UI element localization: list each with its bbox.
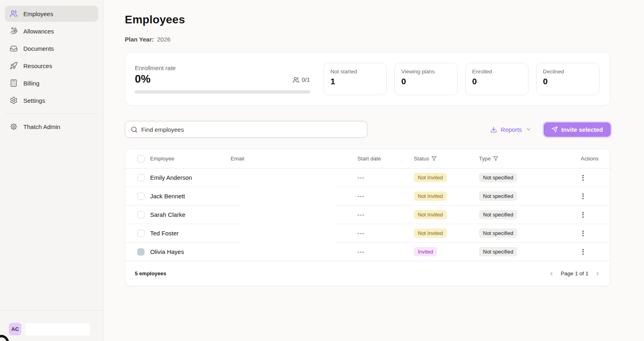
chevron-down-icon (526, 127, 531, 132)
plan-year: Plan Year:2026 (125, 36, 611, 43)
table-row[interactable]: Emily Anderson --- Not Invited Not speci… (125, 168, 610, 187)
sidebar-item-employees[interactable]: Employees (5, 6, 98, 22)
send-icon (551, 126, 558, 133)
kebab-menu-icon[interactable] (581, 173, 585, 182)
sidebar-item-label: Allowances (23, 28, 54, 35)
sidebar-item-settings[interactable]: Settings (5, 92, 98, 108)
column-header-employee: Employee (150, 156, 231, 162)
chevron-right-icon[interactable] (595, 271, 601, 277)
chevron-left-icon[interactable] (549, 271, 554, 277)
type-badge: Not specified (479, 191, 517, 201)
page-title: Employees (125, 13, 611, 26)
employee-name: Jack Bennett (150, 193, 231, 200)
column-header-type[interactable]: Type (479, 156, 561, 162)
search-icon (131, 126, 138, 133)
stat-card-viewing-plans: Viewing plans 0 (394, 63, 458, 95)
start-date: --- (357, 248, 414, 255)
sidebar-item-allowances[interactable]: Allowances (5, 23, 98, 39)
table-row[interactable]: Jack Bennett --- Not Invited Not specifi… (125, 187, 610, 206)
avatar[interactable]: AC (9, 323, 21, 335)
enrollment-count-value: 0/1 (302, 77, 310, 83)
enrollment-rate-label: Enrollment rate (135, 64, 310, 71)
hand-coins-icon (10, 27, 18, 35)
reports-label: Reports (501, 126, 522, 133)
employee-name: Emily Anderson (150, 174, 231, 181)
kebab-menu-icon[interactable] (581, 210, 585, 219)
employee-name: Olivia Hayes (150, 248, 231, 255)
table-footer: 5 employees Page 1 of 1 (125, 261, 610, 286)
row-checkbox[interactable] (137, 174, 144, 181)
enrollment-progress-bar (135, 90, 310, 94)
start-date: --- (357, 174, 414, 181)
column-header-status[interactable]: Status (414, 156, 479, 162)
stat-value: 0 (472, 77, 522, 86)
page-indicator: Page 1 of 1 (561, 270, 588, 277)
sidebar-divider (5, 113, 98, 114)
status-badge: Not Invited (414, 191, 447, 201)
users-icon (293, 77, 299, 83)
plan-year-label: Plan Year: (125, 36, 154, 43)
sidebar-item-label: Thatch Admin (23, 123, 60, 130)
stat-value: 0 (401, 77, 451, 86)
status-badge: Not Invited (414, 173, 447, 182)
calculator-icon (10, 79, 18, 87)
employees-table: Employee Email Start date Status Type Ac… (125, 149, 611, 286)
table-row[interactable]: Olivia Hayes --- Invited Not specified (125, 243, 610, 261)
employee-count: 5 employees (135, 270, 166, 277)
download-icon (490, 126, 497, 133)
table-row[interactable]: Ted Foster --- Not Invited Not specified (125, 224, 610, 243)
enrollment-rate-value: 0% (135, 73, 151, 85)
kebab-menu-icon[interactable] (581, 229, 585, 238)
user-name-redacted (25, 323, 90, 335)
rocket-icon (10, 62, 18, 70)
row-checkbox[interactable] (137, 211, 144, 218)
search-input[interactable] (141, 126, 361, 133)
search-box[interactable] (125, 121, 367, 138)
row-checkbox[interactable] (137, 193, 144, 200)
toolbar: Reports Invite selected (125, 121, 611, 138)
sidebar-nav: Employees Allowances Documents Resources… (0, 0, 103, 135)
sidebar-item-billing[interactable]: Billing (5, 75, 98, 91)
sidebar-item-label: Documents (23, 45, 54, 52)
type-badge: Not specified (479, 229, 517, 238)
invite-selected-button[interactable]: Invite selected (544, 123, 611, 137)
invite-selected-label: Invite selected (561, 126, 603, 133)
column-header-start-date: Start date (357, 156, 414, 162)
type-badge: Not specified (479, 210, 517, 219)
gear-icon (10, 96, 18, 104)
enrollment-count: 0/1 (293, 77, 310, 85)
status-badge: Not Invited (414, 229, 447, 238)
type-badge: Not specified (479, 247, 517, 256)
inbox-icon (10, 44, 18, 52)
column-header-actions: Actions (561, 156, 610, 162)
start-date: --- (357, 193, 414, 200)
status-badge: Invited (414, 247, 437, 256)
table-row[interactable]: Sarah Clarke --- Not Invited Not specifi… (125, 206, 610, 224)
reports-button[interactable]: Reports (490, 126, 531, 133)
sidebar-item-documents[interactable]: Documents (5, 40, 98, 56)
sidebar-item-resources[interactable]: Resources (5, 58, 98, 74)
status-badge: Not Invited (414, 210, 447, 219)
enrollment-card: Enrollment rate 0% 0/1 Not started 1 Vie… (125, 52, 611, 106)
stat-label: Not started (330, 69, 380, 75)
row-checkbox[interactable] (137, 248, 144, 256)
employee-name: Sarah Clarke (150, 211, 231, 218)
stat-value: 1 (330, 77, 380, 86)
start-date: --- (357, 211, 414, 218)
row-checkbox[interactable] (137, 230, 144, 237)
sidebar-item-label: Billing (23, 80, 39, 87)
sidebar-user-section: AC (0, 310, 103, 341)
sidebar-item-thatch-admin[interactable]: Thatch Admin (5, 119, 98, 135)
users-icon (10, 10, 18, 18)
stat-label: Enrolled (472, 69, 522, 75)
stat-label: Declined (543, 69, 592, 75)
column-header-email: Email (231, 156, 357, 162)
kebab-menu-icon[interactable] (581, 247, 585, 256)
main-content: Employees Plan Year:2026 Enrollment rate… (103, 0, 644, 341)
select-all-checkbox[interactable] (137, 155, 144, 162)
filter-funnel-icon[interactable] (431, 156, 437, 161)
stat-label: Viewing plans (401, 69, 451, 75)
filter-funnel-icon[interactable] (493, 156, 498, 161)
status-stat-cards: Not started 1 Viewing plans 0 Enrolled 0… (324, 63, 599, 95)
kebab-menu-icon[interactable] (581, 192, 585, 201)
